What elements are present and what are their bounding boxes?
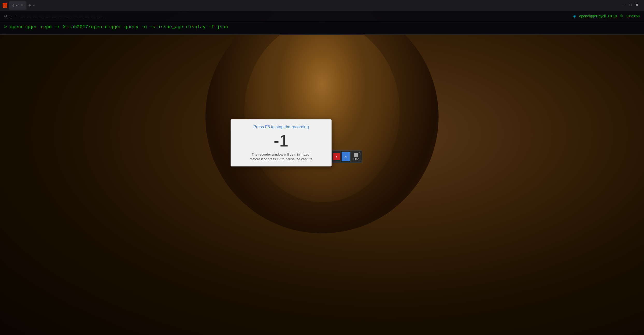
terminal-right-status: ◈ opendigger-pycli 3.8.10 © 18:20:54 bbox=[573, 13, 640, 18]
terminal-command-line: > opendigger repo -r X-lab2017/open-digg… bbox=[4, 24, 640, 30]
terminal-icon-1: ⊙ bbox=[4, 14, 7, 18]
terminal-left-icons: ⊙ ⌂ ~ ..................................… bbox=[4, 14, 105, 18]
mini-toolbar-widget: ✕ ● px Stop bbox=[332, 150, 362, 163]
terminal-header: ⊙ ⌂ ~ ..................................… bbox=[0, 11, 644, 21]
svg-text:t: t bbox=[4, 4, 5, 7]
terminal-tab-bar: t ⊙ ~ ✕ + ▾ ─ □ ✕ bbox=[0, 0, 644, 11]
stop-icon bbox=[354, 153, 358, 157]
record-indicator: ● bbox=[333, 153, 340, 160]
terminal-body: > opendigger repo -r X-lab2017/open-digg… bbox=[0, 21, 644, 34]
stop-label: Stop bbox=[353, 157, 359, 160]
new-tab-button[interactable]: + bbox=[28, 3, 31, 8]
separator-dots: ........................................… bbox=[19, 15, 105, 17]
tab-label: ~ bbox=[16, 4, 18, 8]
tab-close-button[interactable]: ✕ bbox=[21, 4, 23, 7]
restore-button[interactable]: □ bbox=[627, 2, 633, 8]
terminal-command: opendigger repo -r X-lab2017/open-digger… bbox=[10, 24, 228, 30]
terminal-window: t ⊙ ~ ✕ + ▾ ─ □ ✕ ⊙ ⌂ ~ ................… bbox=[0, 0, 644, 35]
status-text: opendigger-pycli 3.8.10 bbox=[579, 14, 617, 18]
clock-separator: © bbox=[620, 14, 622, 18]
terminal-prompt: > bbox=[4, 24, 10, 30]
dialog-subtitle: The recorder window will be minimized. r… bbox=[237, 152, 325, 162]
terminal-icon-2: ⌂ bbox=[10, 14, 12, 18]
panel-label: px bbox=[345, 156, 347, 158]
blue-panel: px bbox=[342, 152, 350, 161]
window-controls: ─ □ ✕ bbox=[621, 2, 640, 8]
record-dot: ● bbox=[336, 155, 337, 158]
minimize-button[interactable]: ─ bbox=[621, 2, 626, 8]
lion-face-detail bbox=[0, 0, 644, 335]
mini-toolbar-close-button[interactable]: ✕ bbox=[358, 151, 361, 155]
terminal-tab[interactable]: ⊙ ~ ✕ bbox=[9, 1, 26, 10]
dialog-title: Press F8 to stop the recording bbox=[237, 125, 325, 129]
close-button[interactable]: ✕ bbox=[634, 2, 640, 8]
terminal-app-icon: t bbox=[2, 3, 8, 8]
recording-dialog: Press F8 to stop the recording -1 The re… bbox=[231, 119, 332, 166]
terminal-icon-3: ~ bbox=[15, 14, 17, 18]
opendigger-icon: ◈ bbox=[573, 13, 576, 18]
clock-display: 18:20:54 bbox=[626, 14, 640, 18]
tab-chevron-icon[interactable]: ▾ bbox=[33, 4, 35, 7]
tab-icon: ⊙ bbox=[12, 4, 15, 7]
dialog-countdown: -1 bbox=[237, 132, 325, 149]
